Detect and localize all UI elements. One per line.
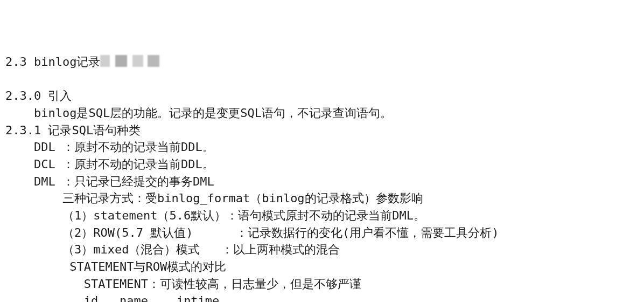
text-line: STATEMENT：可读性较高，日志量少，但是不够严谨 (5, 276, 639, 293)
text-line: （2）ROW(5.7 默认值) ：记录数据行的变化(用户看不懂，需要工具分析) (5, 224, 639, 242)
text-line: DML ：只记录已经提交的事务DML (5, 173, 639, 190)
line-text: binlog是SQL层的功能。记录的是变更SQL语句，不记录查询语句。 (5, 106, 392, 120)
line-text: （2）ROW(5.7 默认值) ：记录数据行的变化(用户看不懂，需要工具分析) (5, 226, 499, 239)
line-text: DDL ：原封不动的记录当前DDL。 (5, 140, 214, 154)
line-text: STATEMENT与ROW模式的对比 (5, 260, 226, 273)
text-line: id name intime (5, 292, 639, 302)
line-text: 2.3 binlog记录 (5, 55, 100, 68)
line-text: （3）mixed（混合）模式 ：以上两种模式的混合 (5, 243, 340, 256)
document-text-block: 2.3 binlog记录 2.3.0 引入 binlog是SQL层的功能。记录的… (5, 53, 639, 302)
text-line: 2.3.0 引入 (5, 87, 639, 105)
text-line (5, 71, 639, 88)
line-text: （1）statement（5.6默认）：语句模式原封不动的记录当前DML。 (5, 209, 425, 222)
text-line: binlog是SQL层的功能。记录的是变更SQL语句，不记录查询语句。 (5, 105, 639, 122)
line-text: STATEMENT：可读性较高，日志量少，但是不够严谨 (5, 277, 361, 291)
text-line: DDL ：原封不动的记录当前DDL。 (5, 139, 639, 156)
text-line: 2.3.1 记录SQL语句种类 (5, 122, 639, 139)
text-line: 三种记录方式：受binlog_format（binlog的记录格式）参数影响 (5, 190, 639, 207)
line-text: id name intime (5, 294, 219, 302)
text-line: （1）statement（5.6默认）：语句模式原封不动的记录当前DML。 (5, 207, 639, 224)
text-line: DCL ：原封不动的记录当前DDL。 (5, 156, 639, 173)
text-line: （3）mixed（混合）模式 ：以上两种模式的混合 (5, 241, 639, 258)
line-text: 三种记录方式：受binlog_format（binlog的记录格式）参数影响 (5, 191, 423, 205)
line-text: DML ：只记录已经提交的事务DML (5, 175, 214, 188)
line-text: DCL ：原封不动的记录当前DDL。 (5, 157, 214, 171)
redacted-block (100, 55, 159, 67)
text-line: STATEMENT与ROW模式的对比 (5, 258, 639, 276)
line-text: 2.3.0 引入 (5, 89, 72, 102)
line-text: 2.3.1 记录SQL语句种类 (5, 123, 141, 137)
text-line: 2.3 binlog记录 (5, 53, 639, 71)
